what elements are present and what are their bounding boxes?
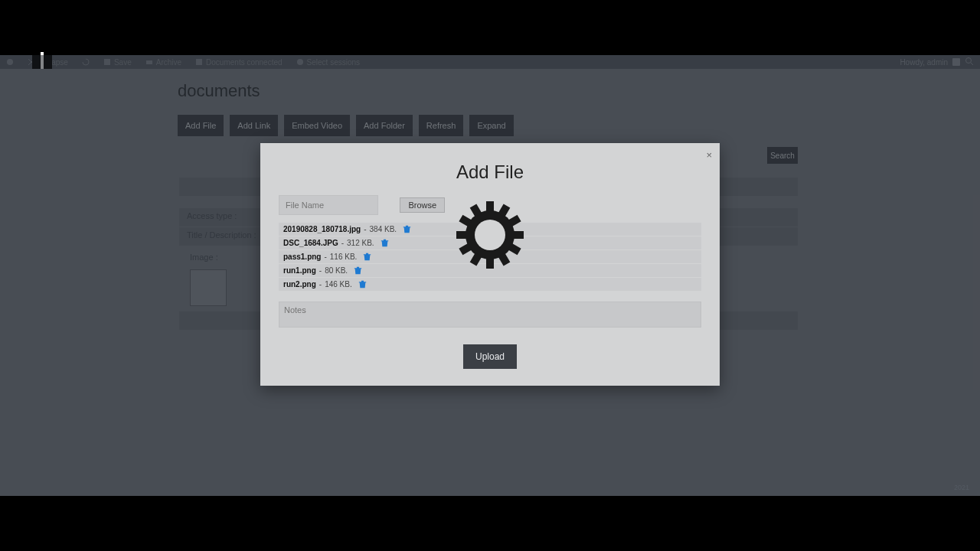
file-row-size: 312 KB. (347, 239, 374, 247)
file-row: run2.png - 146 KB. (279, 278, 701, 291)
file-row-name: pass1.png (283, 253, 321, 261)
svg-point-20 (475, 220, 505, 250)
add-file-modal: × Add File Browse (260, 143, 720, 386)
letterbox-bottom (0, 496, 980, 551)
file-row-sep: - (319, 266, 322, 275)
file-row-sep: - (364, 225, 366, 233)
file-name-input[interactable] (279, 195, 378, 215)
notes-textarea[interactable] (279, 302, 701, 328)
svg-rect-11 (513, 231, 524, 239)
trash-icon[interactable] (363, 253, 371, 261)
file-row-name: run1.png (283, 266, 316, 275)
letterbox-top (0, 0, 980, 55)
svg-rect-8 (486, 201, 494, 212)
file-row-size: 116 KB. (330, 253, 358, 261)
file-row-size: 146 KB. (325, 280, 352, 289)
loading-gear-icon (452, 197, 528, 273)
file-row-sep: - (319, 280, 322, 289)
trash-icon[interactable] (354, 266, 362, 275)
file-row-name: run2.png (283, 280, 316, 289)
svg-rect-17 (456, 231, 467, 239)
file-row-sep: - (341, 239, 344, 247)
file-row-name: 20190828_180718.jpg (283, 225, 361, 233)
app-area: Collapse Save Archive Documents connecte… (0, 55, 980, 496)
browse-button[interactable]: Browse (400, 197, 445, 213)
close-icon[interactable]: × (706, 149, 712, 161)
trash-icon[interactable] (358, 280, 367, 289)
trash-icon[interactable] (403, 225, 411, 233)
corner-watermark: 2021 (954, 484, 969, 491)
file-row-name: DSC_1684.JPG (283, 239, 338, 247)
trash-icon[interactable] (381, 239, 389, 247)
file-row-size: 384 KB. (370, 225, 397, 233)
upload-button[interactable]: Upload (463, 344, 517, 369)
modal-title: Add File (260, 143, 720, 195)
file-row-sep: - (324, 253, 326, 261)
svg-rect-14 (486, 258, 494, 269)
file-row-size: 80 KB. (325, 266, 348, 275)
